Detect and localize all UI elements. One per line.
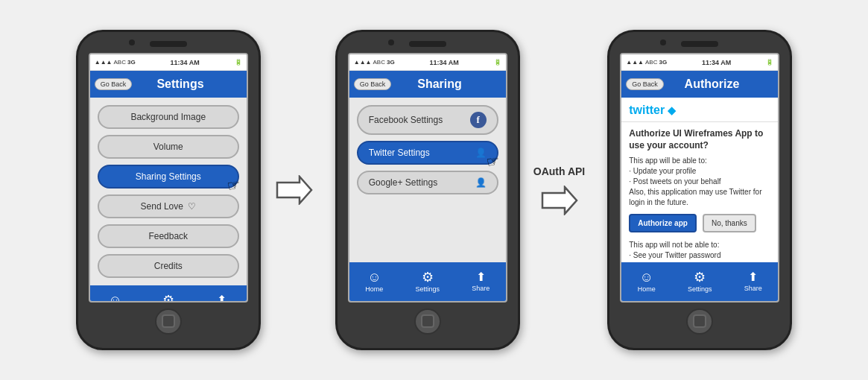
twitter-settings-btn[interactable]: Twitter Settings 👤: [357, 141, 498, 165]
tab-bar-2: ☺ Home ⚙ Settings ⬆ Share: [349, 262, 506, 301]
credits-btn[interactable]: Credits: [98, 254, 239, 278]
tab-share-3[interactable]: ⬆ Share: [744, 271, 762, 292]
volume-btn[interactable]: Volume: [98, 135, 239, 159]
authorize-box: Authorize UI Wireframes App to use your …: [621, 122, 778, 262]
share-icon-2: ⬆: [476, 271, 486, 283]
home-icon-1: ☺: [108, 294, 121, 303]
signal-icon-3: ▲▲▲: [626, 59, 644, 66]
phone-3: ▲▲▲ ABC 3G 11:34 AM 🔋 Go Back Authorize …: [607, 30, 792, 350]
tab-home-1[interactable]: ☺ Home: [106, 294, 124, 303]
authorize-can-item-2: · Post tweets on your behalf: [629, 177, 720, 186]
settings-icon-2: ⚙: [422, 270, 434, 284]
arrow-svg-2: [539, 186, 578, 215]
person-icon-google: 👤: [475, 177, 487, 188]
authorize-app-button[interactable]: Authorize app: [629, 214, 697, 232]
arrow-1: [274, 175, 313, 205]
time-label-3: 11:34 AM: [702, 59, 731, 66]
phone-speaker-2: [409, 41, 446, 47]
cursor-icon-2: ☞: [485, 153, 501, 171]
tab-share-2[interactable]: ⬆ Share: [472, 271, 490, 292]
tab-home-3[interactable]: ☺ Home: [638, 270, 656, 293]
home-button-inner-3: [693, 314, 706, 328]
phone-2-screen: ▲▲▲ ABC 3G 11:34 AM 🔋 Go Back Sharing Fa…: [348, 53, 507, 303]
home-icon-3: ☺: [640, 270, 653, 284]
tab-home-label-3: Home: [638, 285, 656, 293]
send-love-btn[interactable]: Send Love ♡: [98, 194, 239, 218]
signal-icon: ▲▲▲: [95, 59, 113, 66]
phone-1-screen: ▲▲▲ ABC 3G 11:34 AM 🔋 Go Back Settings B…: [89, 53, 248, 303]
phone-camera: [129, 39, 135, 45]
background-image-btn[interactable]: Background Image: [98, 105, 239, 129]
authorize-can-label: This app will be able to: · Update your …: [629, 156, 770, 208]
back-button-2[interactable]: Go Back: [354, 78, 392, 90]
feedback-btn[interactable]: Feedback: [98, 224, 239, 248]
tab-settings-2[interactable]: ⚙ Settings: [415, 270, 440, 293]
sharing-settings-btn[interactable]: Sharing Settings: [98, 165, 239, 189]
twitter-header: twitter ◆: [621, 98, 778, 122]
settings-icon-1: ⚙: [162, 294, 174, 303]
share-icon-3: ⬆: [748, 271, 758, 283]
arrow-svg-1: [274, 175, 313, 205]
phone-camera-3: [660, 39, 666, 45]
time-label: 11:34 AM: [171, 59, 200, 66]
status-bar-3: ▲▲▲ ABC 3G 11:34 AM 🔋: [621, 54, 778, 71]
oauth-label: OAuth API: [533, 165, 585, 178]
back-button-3[interactable]: Go Back: [626, 78, 664, 90]
carrier-label-3: ABC: [645, 59, 657, 66]
twitter-diamond-icon: ◆: [668, 104, 676, 116]
battery-icon-3: 🔋: [766, 59, 773, 66]
share-icon-1: ⬆: [217, 294, 226, 303]
status-left-2: ▲▲▲ ABC 3G: [354, 59, 395, 66]
twitter-btn-wrapper: Twitter Settings 👤 ☞: [357, 141, 498, 165]
battery-icon-2: 🔋: [494, 59, 501, 66]
authorize-can-item-1: · Update your profile: [629, 167, 696, 175]
authorize-footer: This app will not be able to: · See your…: [629, 240, 770, 261]
carrier-label: ABC: [114, 59, 126, 66]
tab-settings-label-3: Settings: [688, 285, 712, 293]
google-plus-settings-btn[interactable]: Google+ Settings 👤: [357, 171, 498, 194]
facebook-settings-btn[interactable]: Facebook Settings f: [357, 105, 498, 135]
nav-bar-2: Go Back Sharing: [349, 71, 506, 98]
twitter-brand-label: twitter: [629, 104, 665, 117]
heart-icon: ♡: [188, 201, 196, 212]
home-icon-2: ☺: [367, 270, 381, 284]
home-button-inner-2: [421, 314, 434, 328]
authorize-title: Authorize UI Wireframes App to use your …: [629, 128, 770, 151]
tab-home-label-2: Home: [365, 285, 383, 293]
no-thanks-button[interactable]: No, thanks: [703, 214, 756, 232]
back-button-1[interactable]: Go Back: [95, 78, 133, 90]
nav-bar-1: Go Back Settings: [90, 71, 247, 98]
tab-share-label-3: Share: [744, 285, 762, 292]
status-left-3: ▲▲▲ ABC 3G: [626, 59, 667, 66]
phone-1: ▲▲▲ ABC 3G 11:34 AM 🔋 Go Back Settings B…: [76, 30, 261, 350]
tab-home-2[interactable]: ☺ Home: [365, 270, 383, 293]
network-label-3: 3G: [659, 59, 667, 66]
authorize-buttons: Authorize app No, thanks: [629, 214, 770, 232]
tab-settings-1[interactable]: ⚙ Settings: [156, 294, 180, 303]
phone-speaker-3: [681, 41, 718, 47]
sharing-menu: Facebook Settings f Twitter Settings 👤 ☞…: [349, 98, 506, 262]
cursor-icon: ☞: [226, 177, 241, 194]
phone-2: ▲▲▲ ABC 3G 11:34 AM 🔋 Go Back Sharing Fa…: [335, 30, 520, 350]
nav-title-1: Settings: [136, 77, 224, 91]
person-icon-twitter: 👤: [475, 148, 487, 158]
tab-settings-3[interactable]: ⚙ Settings: [688, 270, 712, 293]
home-button-inner-1: [162, 314, 175, 328]
authorize-can-item-3: Also, this application may use Twitter f…: [629, 188, 761, 206]
facebook-icon: f: [470, 112, 487, 128]
home-button-1[interactable]: [155, 308, 182, 335]
svg-marker-0: [277, 177, 311, 203]
signal-icon-2: ▲▲▲: [354, 59, 372, 66]
home-button-3[interactable]: [686, 308, 713, 335]
tab-share-1[interactable]: ⬆ Share: [212, 294, 230, 303]
settings-icon-3: ⚙: [694, 270, 706, 284]
tab-bar-1: ☺ Home ⚙ Settings ⬆ Share: [90, 285, 247, 303]
time-label-2: 11:34 AM: [430, 59, 459, 66]
tab-share-label-2: Share: [472, 285, 490, 292]
authorize-content: twitter ◆ Authorize UI Wireframes App to…: [621, 98, 778, 262]
status-bar-1: ▲▲▲ ABC 3G 11:34 AM 🔋: [90, 54, 247, 71]
network-label: 3G: [127, 59, 136, 66]
authorize-cannot-item-1: · See your Twitter password: [629, 251, 720, 259]
status-bar-2: ▲▲▲ ABC 3G 11:34 AM 🔋: [349, 54, 506, 71]
home-button-2[interactable]: [414, 308, 441, 335]
